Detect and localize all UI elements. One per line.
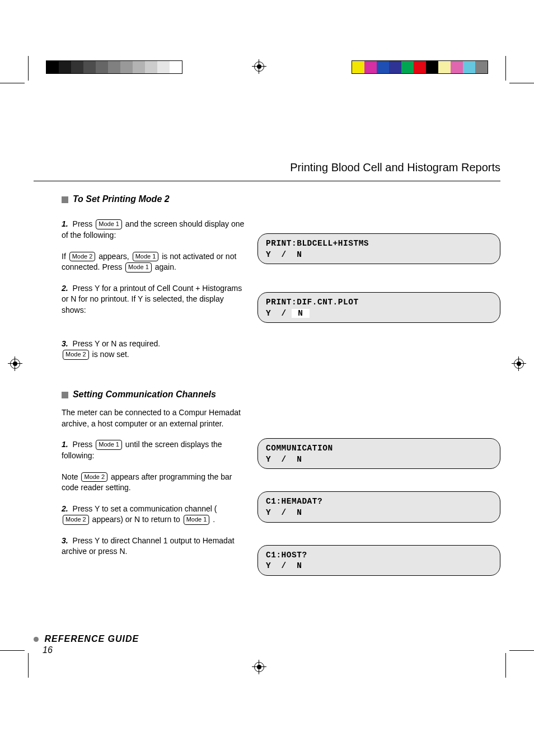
right-column: PRINT:BLDCELL+HISTMS Y / N PRINT:DIF.CNT… (257, 193, 500, 587)
text: appears, (99, 252, 131, 261)
text: appears) or N to return to (92, 515, 182, 524)
mode2-key: Mode 2 (63, 515, 89, 524)
reg-mark-top (252, 59, 266, 74)
section-title-comm: Setting Communication Channels (73, 389, 216, 399)
lcd-display: COMMUNICATION Y / N (257, 438, 500, 469)
mode2-key: Mode 2 (63, 350, 89, 359)
lcd-highlight: N (292, 309, 310, 318)
lcd-line1: C1:HEMADAT? (266, 496, 492, 508)
grayscale-bar (46, 60, 182, 74)
text: Press (73, 440, 95, 449)
step-number: 2. (62, 284, 68, 293)
lcd-line1: C1:HOST? (266, 550, 492, 561)
page-number: 16 (43, 645, 139, 655)
text: If (62, 252, 68, 261)
step-number: 3. (62, 536, 68, 545)
text: Press Y to direct Channel 1 output to He… (62, 536, 235, 556)
mode1-key: Mode 1 (133, 252, 159, 261)
footer-dot-icon (34, 637, 39, 642)
text: Press Y or N as required. (73, 339, 161, 348)
lcd-text: Y / (266, 309, 292, 318)
text: is now set. (92, 350, 129, 359)
lcd-line2: Y / N (266, 454, 492, 466)
text: Press Y for a printout of Cell Count + H… (62, 284, 242, 314)
text: Note (62, 472, 80, 481)
page-title: Printing Blood Cell and Histogram Report… (290, 161, 500, 174)
lcd-line2: Y / N (266, 508, 492, 519)
section-bullet-icon (62, 196, 68, 203)
left-column: To Set Printing Mode 2 1. Press Mode 1 a… (62, 193, 246, 567)
mode2-key: Mode 2 (81, 472, 107, 482)
reg-mark-bottom (252, 660, 266, 674)
text: The meter can be connected to a Compur H… (62, 408, 241, 428)
lcd-display: PRINT:DIF.CNT.PLOT Y / N (257, 292, 500, 323)
lcd-line2: Y / N (266, 250, 492, 261)
step-number: 3. (62, 339, 68, 348)
lcd-line2: Y / N (266, 561, 492, 572)
header-rule (34, 181, 500, 181)
text: Press Y to set a communication channel ( (73, 504, 217, 513)
footer-title: REFERENCE GUIDE (44, 634, 139, 644)
lcd-line1: COMMUNICATION (266, 443, 492, 454)
page-footer: REFERENCE GUIDE 16 (34, 634, 139, 655)
text: . (213, 515, 215, 524)
mode1-key: Mode 1 (96, 219, 122, 229)
lcd-text (310, 309, 351, 318)
reg-mark-left (8, 356, 22, 371)
reg-mark-right (512, 356, 526, 371)
lcd-display: C1:HOST? Y / N (257, 545, 500, 576)
mode2-key: Mode 2 (69, 252, 96, 261)
text: Press (73, 219, 95, 228)
lcd-line1: PRINT:BLDCELL+HISTMS (266, 238, 492, 250)
mode1-key: Mode 1 (96, 440, 122, 449)
section-title-mode2: To Set Printing Mode 2 (73, 194, 170, 204)
mode1-key: Mode 1 (125, 262, 152, 272)
step-number: 2. (62, 504, 68, 513)
text: again. (155, 262, 176, 271)
lcd-display: PRINT:BLDCELL+HISTMS Y / N (257, 233, 500, 264)
step-number: 1. (62, 440, 68, 449)
lcd-line1: PRINT:DIF.CNT.PLOT (266, 297, 492, 308)
lcd-display: C1:HEMADAT? Y / N (257, 491, 500, 522)
color-bar (352, 60, 488, 74)
mode1-key: Mode 1 (184, 515, 210, 524)
step-number: 1. (62, 219, 68, 228)
section-bullet-icon (62, 392, 68, 398)
